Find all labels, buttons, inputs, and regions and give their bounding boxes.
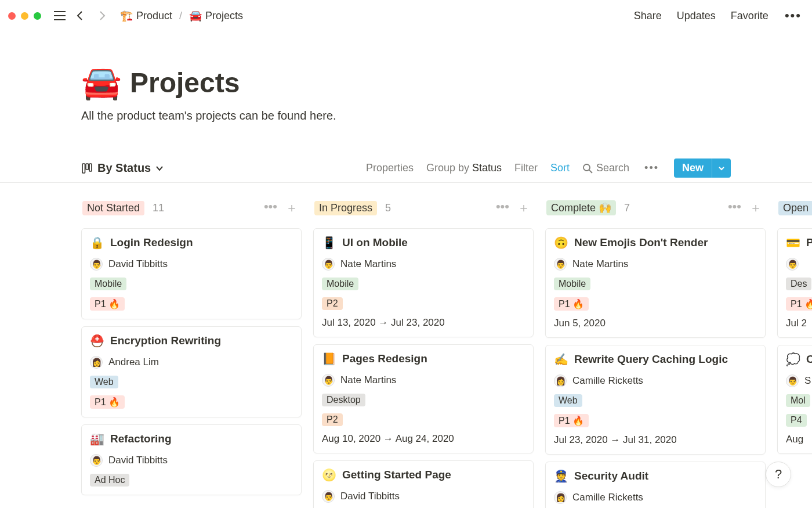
chevron-down-icon: [155, 164, 164, 172]
kanban-card[interactable]: 📙Pages Redesign👨Nate MartinsDesktopP2Aug…: [313, 344, 534, 453]
new-button-group: New: [674, 158, 731, 178]
avatar: 👨: [90, 454, 103, 467]
group-by-button[interactable]: Group by Status: [426, 162, 502, 174]
svg-line-7: [589, 170, 592, 173]
card-title: Refactoring: [110, 433, 172, 445]
car-icon: 🚘: [189, 9, 202, 22]
card-tag: P2: [322, 413, 343, 426]
sort-button[interactable]: Sort: [550, 162, 570, 174]
column-more-button[interactable]: •••: [262, 198, 280, 218]
column-status-tag[interactable]: In Progress: [314, 201, 377, 215]
card-date: Jul 13, 2020 → Jul 23, 2020: [322, 317, 525, 329]
share-button[interactable]: Share: [633, 8, 663, 24]
card-tag: Mol: [786, 394, 810, 407]
minimize-window-button[interactable]: [21, 12, 28, 20]
view-more-button[interactable]: •••: [642, 162, 661, 174]
sidebar-toggle-button[interactable]: [52, 8, 68, 24]
kanban-card[interactable]: 💭C👨SMolP4Aug: [777, 345, 812, 454]
avatar: 👨: [322, 258, 335, 271]
breadcrumb: 🏗️ Product / 🚘 Projects: [118, 8, 245, 23]
page-icon[interactable]: 🚘: [81, 66, 122, 99]
updates-button[interactable]: Updates: [676, 8, 717, 24]
close-window-button[interactable]: [8, 12, 16, 20]
avatar: 👨: [90, 258, 103, 271]
properties-button[interactable]: Properties: [366, 162, 414, 174]
column-status-tag[interactable]: Open: [778, 201, 812, 215]
breadcrumb-product[interactable]: 🏗️ Product: [118, 8, 175, 23]
card-tag: Mobile: [322, 278, 358, 290]
new-button[interactable]: New: [674, 158, 712, 178]
breadcrumb-projects[interactable]: 🚘 Projects: [187, 8, 245, 23]
new-dropdown-button[interactable]: [712, 158, 731, 178]
card-title: Rewrite Query Caching Logic: [574, 353, 728, 366]
topbar-actions: Share Updates Favorite •••: [633, 8, 804, 24]
card-emoji-icon: ✍️: [554, 352, 568, 366]
kanban-card[interactable]: 🏭Refactoring👨David TibbittsAd Hoc: [81, 424, 302, 495]
search-button[interactable]: Search: [582, 162, 629, 174]
column-header: In Progress5•••＋: [313, 196, 534, 228]
kanban-card[interactable]: 📱UI on Mobile👨Nate MartinsMobileP2Jul 13…: [313, 228, 534, 337]
card-assignee: 👨David Tibbitts: [322, 490, 525, 503]
card-assignee: 👨Nate Martins: [322, 374, 525, 387]
card-tag: P4: [786, 414, 807, 427]
breadcrumb-label: Product: [136, 10, 172, 22]
card-title: Login Redesign: [110, 236, 193, 249]
card-assignee: 👨S: [786, 374, 812, 387]
card-assignee: 👩Andrea Lim: [90, 356, 293, 369]
card-date: Aug: [786, 434, 812, 445]
page-subtitle[interactable]: All the product team's projects can be f…: [81, 109, 731, 123]
column-add-button[interactable]: ＋: [747, 198, 764, 218]
column-status-tag[interactable]: Complete 🙌: [546, 200, 616, 215]
column-actions: •••＋: [494, 198, 532, 218]
kanban-card[interactable]: 🙃New Emojis Don't Render👨Nate MartinsMob…: [545, 228, 766, 338]
card-emoji-icon: 🌝: [322, 468, 336, 482]
breadcrumb-separator: /: [178, 10, 183, 22]
assignee-name: Camille Ricketts: [572, 375, 643, 387]
favorite-button[interactable]: Favorite: [730, 8, 770, 24]
card-tag: Mobile: [554, 278, 590, 290]
svg-point-6: [583, 164, 590, 171]
column-add-button[interactable]: ＋: [283, 198, 300, 218]
maximize-window-button[interactable]: [34, 12, 41, 20]
more-menu-button[interactable]: •••: [782, 8, 804, 23]
card-date: Aug 10, 2020 → Aug 24, 2020: [322, 433, 525, 445]
card-date: Jul 2: [786, 318, 812, 329]
group-by-value: Status: [472, 162, 502, 174]
view-selector[interactable]: By Status: [81, 161, 164, 175]
card-assignee: 👩Camille Ricketts: [554, 374, 757, 387]
kanban-card[interactable]: 🌝Getting Started Page👨David Tibbitts: [313, 460, 534, 508]
board-scroll-container[interactable]: Not Started11•••＋🔒Login Redesign👨David T…: [0, 183, 812, 508]
kanban-card[interactable]: ⛑️Encryption Rewriting👩Andrea LimWebP1 🔥: [81, 326, 302, 417]
card-tag: Desktop: [322, 394, 365, 406]
card-assignee: 👨Nate Martins: [322, 258, 525, 271]
card-title: UI on Mobile: [342, 236, 408, 249]
avatar: 👩: [90, 356, 103, 369]
kanban-card[interactable]: ✍️Rewrite Query Caching Logic👩Camille Ri…: [545, 345, 766, 455]
card-emoji-icon: 💳: [786, 236, 800, 250]
kanban-card[interactable]: 💳P👨DesP1 🔥Jul 2: [777, 228, 812, 338]
help-button[interactable]: ?: [766, 462, 791, 487]
avatar: 👨: [786, 374, 799, 387]
filter-button[interactable]: Filter: [514, 162, 538, 174]
nav-back-button[interactable]: [72, 8, 89, 24]
assignee-name: Andrea Lim: [108, 356, 159, 368]
assignee-name: Nate Martins: [340, 258, 396, 270]
card-date: Jun 5, 2020: [554, 318, 757, 329]
column-more-button[interactable]: •••: [494, 198, 512, 218]
page-header: 🚘 Projects All the product team's projec…: [0, 31, 812, 134]
group-by-prefix: Group by: [426, 162, 472, 174]
card-title: Pages Redesign: [342, 352, 427, 365]
column-actions: •••＋: [262, 198, 300, 218]
avatar: 👨: [786, 258, 799, 271]
page-title[interactable]: Projects: [130, 67, 240, 99]
column-more-button[interactable]: •••: [726, 198, 744, 218]
assignee-name: David Tibbitts: [108, 455, 168, 466]
column-status-tag[interactable]: Not Started: [82, 201, 144, 215]
kanban-card[interactable]: 👮Security Audit👩Camille Ricketts: [545, 462, 766, 508]
nav-forward-button[interactable]: [93, 8, 110, 24]
column-actions: •••＋: [726, 198, 764, 218]
card-date: Jul 23, 2020 → Jul 31, 2020: [554, 434, 757, 446]
column-add-button[interactable]: ＋: [515, 198, 532, 218]
card-title: C: [806, 353, 812, 366]
kanban-card[interactable]: 🔒Login Redesign👨David TibbittsMobileP1 🔥: [81, 228, 302, 319]
